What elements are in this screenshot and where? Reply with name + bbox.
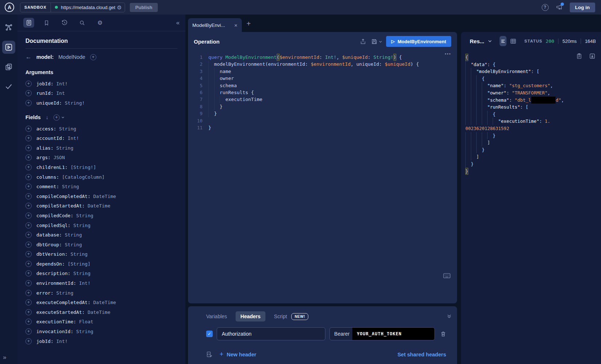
- field-type[interactable]: Float: [76, 319, 93, 324]
- add-field-to-query-icon[interactable]: +: [25, 309, 32, 315]
- collapse-docs-icon[interactable]: «: [176, 19, 180, 27]
- add-field-to-query-icon[interactable]: +: [25, 319, 32, 325]
- close-tab-icon[interactable]: ×: [234, 22, 237, 28]
- field-name[interactable]: executeCompletedAt:: [36, 300, 91, 305]
- response-dropdown-chevron-icon[interactable]: [488, 39, 492, 44]
- field-name[interactable]: runId:: [36, 90, 53, 96]
- field-type[interactable]: JSON: [51, 155, 65, 160]
- field-name[interactable]: args:: [36, 155, 51, 160]
- tab-script[interactable]: Script: [274, 314, 287, 319]
- add-field-to-query-icon[interactable]: +: [25, 280, 32, 286]
- field-name[interactable]: columns:: [36, 174, 59, 180]
- search-icon[interactable]: [77, 18, 88, 28]
- field-name[interactable]: access:: [36, 126, 56, 132]
- field-name[interactable]: invocationId:: [36, 329, 73, 334]
- add-field-to-query-icon[interactable]: +: [25, 81, 32, 87]
- add-field-to-query-icon[interactable]: +: [25, 203, 32, 209]
- auth-token-value[interactable]: YOUR_AUTH_TOKEN: [352, 328, 434, 340]
- field-name[interactable]: accountId:: [36, 136, 65, 141]
- field-name[interactable]: database:: [36, 232, 62, 238]
- header-name-input[interactable]: [217, 327, 325, 340]
- endpoint-url-input[interactable]: https://metadata.cloud.get: [61, 5, 116, 10]
- add-field-to-query-icon[interactable]: +: [25, 145, 32, 151]
- field-type[interactable]: Int!: [65, 136, 79, 141]
- add-field-to-query-icon[interactable]: +: [25, 290, 32, 296]
- field-name[interactable]: dependsOn:: [36, 261, 65, 267]
- field-type[interactable]: String: [62, 242, 82, 247]
- field-name[interactable]: environmentId:: [36, 280, 76, 286]
- share-operation-icon[interactable]: [360, 39, 366, 45]
- back-arrow-icon[interactable]: ←: [25, 53, 32, 61]
- add-field-to-query-icon[interactable]: +: [25, 338, 32, 344]
- field-type[interactable]: Int!: [53, 339, 68, 344]
- sort-fields-icon[interactable]: ↓: [46, 114, 48, 120]
- field-type[interactable]: DateTime: [85, 203, 110, 209]
- add-field-to-query-icon[interactable]: +: [25, 270, 32, 276]
- field-name[interactable]: compileStartedAt:: [36, 203, 85, 209]
- add-field-to-query-icon[interactable]: +: [25, 90, 32, 96]
- add-field-to-query-icon[interactable]: +: [25, 183, 32, 190]
- delete-header-icon[interactable]: [440, 331, 446, 337]
- publish-button[interactable]: Publish: [130, 3, 158, 12]
- header-enabled-checkbox[interactable]: ✓: [206, 331, 213, 337]
- field-type[interactable]: String: [53, 145, 73, 151]
- run-operation-button[interactable]: ▷ ModelByEnvironment: [386, 36, 451, 47]
- add-field-to-query-icon[interactable]: +: [25, 100, 32, 106]
- add-field-to-query-icon[interactable]: +: [25, 261, 32, 267]
- history-icon[interactable]: [59, 18, 70, 28]
- add-field-to-query-icon[interactable]: +: [25, 193, 32, 199]
- add-field-to-query-icon[interactable]: +: [25, 222, 32, 228]
- field-type[interactable]: String: [73, 213, 93, 218]
- editor-overflow-menu-icon[interactable]: •••: [445, 52, 451, 56]
- add-model-icon[interactable]: +: [90, 54, 96, 60]
- field-type[interactable]: String: [62, 232, 82, 238]
- field-name[interactable]: jobId:: [36, 339, 53, 344]
- docs-settings-gear-icon[interactable]: ⚙: [95, 18, 105, 28]
- field-type[interactable]: String!: [62, 100, 85, 106]
- tab-variables[interactable]: Variables: [206, 314, 227, 319]
- field-type[interactable]: String: [68, 251, 88, 257]
- add-field-to-query-icon[interactable]: +: [25, 126, 32, 132]
- field-type[interactable]: String: [53, 290, 73, 296]
- field-name[interactable]: uniqueId:: [36, 100, 62, 106]
- field-type[interactable]: [String!]: [68, 165, 96, 170]
- sidebar-item-explorer[interactable]: [2, 41, 15, 54]
- help-icon[interactable]: ?: [542, 4, 549, 11]
- add-field-to-query-icon[interactable]: +: [25, 232, 32, 238]
- field-name[interactable]: description:: [36, 271, 71, 276]
- field-name[interactable]: comment:: [36, 184, 59, 189]
- expand-rail-icon[interactable]: »: [3, 354, 6, 361]
- field-name[interactable]: error:: [36, 290, 53, 296]
- add-field-to-query-icon[interactable]: +: [25, 299, 32, 306]
- sidebar-item-collections[interactable]: [2, 60, 15, 73]
- format-json-view-icon[interactable]: [500, 36, 506, 46]
- announcements-icon[interactable]: [556, 4, 562, 11]
- save-operation-control[interactable]: [371, 39, 382, 45]
- add-field-to-query-icon[interactable]: +: [25, 154, 32, 161]
- field-name[interactable]: dbtGroup:: [36, 242, 62, 247]
- header-value-field[interactable]: Bearer YOUR_AUTH_TOKEN: [329, 327, 435, 340]
- field-type[interactable]: String: [71, 271, 91, 276]
- add-field-to-query-icon[interactable]: +: [25, 328, 32, 335]
- field-name[interactable]: dbtVersion:: [36, 251, 68, 257]
- field-type[interactable]: DateTime: [91, 300, 116, 305]
- field-name[interactable]: childrenL1:: [36, 165, 68, 170]
- add-field-to-query-icon[interactable]: +: [25, 213, 32, 219]
- field-name[interactable]: executeStartedAt:: [36, 310, 85, 315]
- model-type[interactable]: ModelNode: [59, 54, 85, 60]
- endpoint-settings-gear-icon[interactable]: ⚙: [117, 5, 122, 10]
- copy-response-icon[interactable]: [576, 53, 582, 59]
- add-field-to-query-icon[interactable]: +: [25, 251, 32, 257]
- field-name[interactable]: jobId:: [36, 81, 53, 86]
- operation-tab[interactable]: ModelByEnvi... ×: [188, 18, 242, 32]
- table-view-icon[interactable]: [510, 38, 516, 44]
- field-type[interactable]: DateTime: [85, 310, 110, 315]
- new-tab-icon[interactable]: +: [247, 20, 251, 28]
- sidebar-item-checks[interactable]: [2, 80, 15, 93]
- docs-reader-icon[interactable]: [23, 18, 34, 28]
- query-editor[interactable]: ••• 1query ModelByEnvironment($environme…: [188, 51, 457, 131]
- field-name[interactable]: compiledSql:: [36, 223, 71, 228]
- add-all-fields-icon[interactable]: +: [53, 114, 60, 121]
- add-fields-chevron-icon[interactable]: [61, 116, 65, 119]
- edit-headers-as-json-icon[interactable]: [206, 351, 212, 357]
